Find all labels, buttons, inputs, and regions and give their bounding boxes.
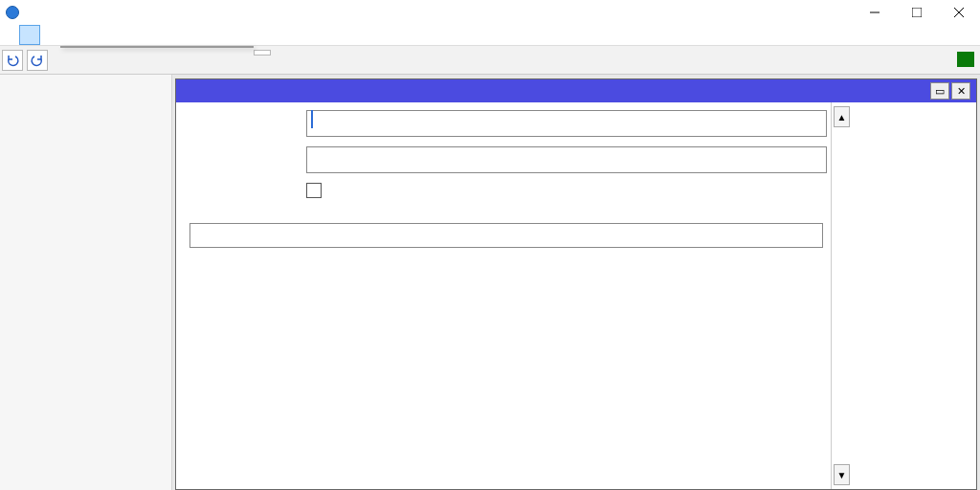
content-area: ▭ ✕ — [172, 75, 980, 490]
window-close-icon[interactable]: ✕ — [951, 82, 970, 100]
toolbar-mac — [254, 50, 271, 56]
dont-require-checkbox[interactable] — [306, 183, 593, 198]
menubar — [0, 25, 980, 46]
scroll-up-icon[interactable]: ▲ — [834, 106, 850, 127]
titlebar — [0, 0, 980, 25]
window-min-icon[interactable]: ▭ — [930, 82, 949, 100]
menu-settings[interactable] — [19, 25, 40, 45]
toolbar — [0, 46, 980, 75]
svg-rect-1 — [912, 8, 922, 17]
source-textarea[interactable] — [189, 223, 823, 248]
scroll-down-icon[interactable]: ▼ — [834, 464, 850, 485]
owner-input[interactable] — [306, 146, 827, 173]
window-header[interactable]: ▭ ✕ — [176, 79, 976, 102]
scrollbar[interactable]: ▲ ▼ — [831, 102, 852, 489]
app-icon — [6, 6, 19, 19]
close-button[interactable] — [938, 0, 980, 25]
name-input[interactable] — [306, 110, 827, 137]
sidebar — [0, 75, 172, 490]
redo-button[interactable] — [27, 50, 48, 71]
menu-session[interactable] — [0, 25, 19, 45]
minimize-button[interactable] — [854, 0, 896, 25]
script-window: ▭ ✕ — [175, 78, 977, 490]
undo-button[interactable] — [2, 50, 23, 71]
maximize-button[interactable] — [896, 0, 938, 25]
status-indicator — [957, 52, 974, 67]
menu-dashboard[interactable] — [40, 25, 59, 45]
settings-dropdown — [60, 46, 254, 48]
